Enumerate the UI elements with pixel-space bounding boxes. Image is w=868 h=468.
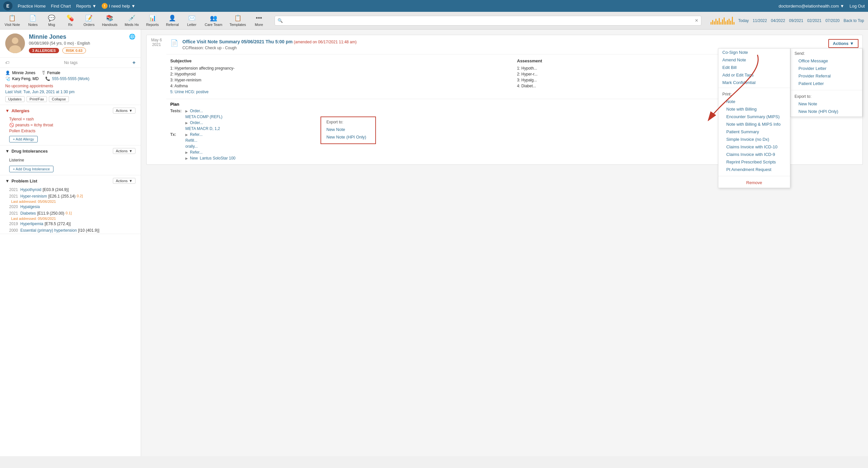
nav-practice-home[interactable]: Practice Home [18, 4, 45, 8]
gender-icon: ⚧ [42, 70, 45, 75]
print-claims-icd10[interactable]: Claims Invoice with ICD-10 [722, 143, 786, 151]
today-label[interactable]: Today [738, 19, 749, 23]
export-highlight-new-note[interactable]: New Note [327, 126, 370, 133]
plan-new-link[interactable]: New [190, 156, 198, 160]
letter-btn[interactable]: ✉️ Letter [183, 13, 201, 28]
plan-orally-link[interactable]: orally... [185, 144, 198, 149]
expand-refer2-btn[interactable]: ▶ [185, 151, 188, 154]
actions-dropdown-btn[interactable]: Actions ▼ [828, 39, 859, 48]
stop-icon: 🚫 [9, 123, 14, 127]
reports-btn[interactable]: 📊 Reports [143, 13, 162, 28]
problem-list-title: ▼ Problem List [5, 179, 37, 183]
note-amended: (amended on 06/17/2021 11:48 am) [294, 40, 356, 44]
handouts-btn[interactable]: 📚 Handouts [99, 13, 121, 28]
edit-bill-btn[interactable]: Edit Bill [718, 64, 790, 71]
drug-intolerances-section: ▼ Drug Intolerances Actions ▼ Listerine … [0, 145, 141, 175]
subj-item-4[interactable]: 5: Urine HCG: postive [170, 89, 512, 95]
plan-refer2-link[interactable]: Refer... [190, 150, 203, 154]
plan-meta-link[interactable]: META COMP (REFL) [185, 115, 222, 119]
export-highlight-new-note-hpi[interactable]: New Note (HPI Only) [327, 133, 370, 141]
user-email[interactable]: doctordemo@elationhealth.com ▼ [779, 4, 844, 8]
search-input[interactable] [284, 18, 695, 23]
plan-macr-link[interactable]: META MACR D, 1,2 [185, 126, 220, 131]
more-btn[interactable]: ••• More [250, 13, 268, 28]
print-note-billing[interactable]: Note with Billing [722, 105, 786, 113]
patient-phone[interactable]: 555-555-5555 (Work) [52, 77, 90, 81]
note-date: May 6 2021 [147, 35, 166, 165]
expand-tests-btn[interactable]: ▶ [185, 109, 188, 113]
note-title[interactable]: Office Visit Note Summary 05/06/2021 Thu… [182, 39, 292, 44]
note-file-icon: 📄 [170, 39, 179, 47]
print-fax-btn[interactable]: Print/Fax [27, 96, 47, 102]
problem-list-header[interactable]: ▼ Problem List Actions ▼ [0, 175, 141, 186]
timeline-chart: Today 11/2022 04/2022 09/2021 02/2021 07… [707, 13, 868, 28]
expand-new-btn[interactable]: ▶ [185, 156, 188, 160]
logout-btn[interactable]: Log Out [849, 4, 865, 8]
timeline-date-2[interactable]: 04/2022 [771, 19, 785, 23]
expand-order2-btn[interactable]: ▶ [185, 121, 188, 125]
timeline-date-3[interactable]: 09/2021 [789, 19, 803, 23]
pt-amendment-request[interactable]: Pt Amendment Request [722, 166, 786, 173]
add-allergy-btn[interactable]: + Add Allergy [9, 136, 38, 142]
allergies-section-header[interactable]: ▼ Allergies Actions ▼ [0, 105, 141, 116]
send-provider-letter[interactable]: Provider Letter [795, 65, 858, 72]
print-encounter-summary[interactable]: Encounter Summary (MIPS) [722, 113, 786, 120]
plan-order-link-1[interactable]: Order... [190, 109, 203, 113]
print-claims-icd9[interactable]: Claims Invoice with ICD-9 [722, 151, 786, 158]
plan-order-link-2[interactable]: Order... [190, 120, 203, 125]
nav-find-chart[interactable]: Find Chart [51, 4, 71, 8]
print-note-billing-mips[interactable]: Note with Billing & MIPS Info [722, 120, 786, 128]
allergies-section: ▼ Allergies Actions ▼ Tylenol = rash 🚫 p… [0, 105, 141, 145]
print-note[interactable]: Note [722, 98, 786, 105]
patient-full-name: Minnie Jones [12, 70, 35, 75]
problem-list-actions-btn[interactable]: Actions ▼ [113, 178, 135, 184]
phone-icon: 📞 [45, 77, 50, 81]
plan-lantus-link[interactable]: Lantus SoloStar 100 [200, 156, 236, 160]
nav-reports[interactable]: Reports ▼ [76, 4, 96, 8]
visit-note-btn[interactable]: 📋 Visit Note [1, 13, 23, 28]
templates-icon: 📋 [234, 14, 242, 22]
referral-btn[interactable]: 👤 Referral [163, 13, 182, 28]
drug-intolerances-actions-btn[interactable]: Actions ▼ [113, 148, 135, 154]
allergies-actions-btn[interactable]: Actions ▼ [113, 108, 135, 114]
plan-refill-link[interactable]: Refill... [185, 138, 197, 143]
rx-btn[interactable]: 💊 Rx [61, 13, 80, 28]
allergies-badge[interactable]: 3 ALLERGIES [29, 48, 59, 53]
mark-confidential-btn[interactable]: Mark Confidential [718, 79, 790, 86]
timeline-date-4[interactable]: 02/2021 [807, 19, 822, 23]
send-provider-referral[interactable]: Provider Referral [795, 72, 858, 80]
print-simple-invoice[interactable]: Simple Invoice (no Dx) [722, 136, 786, 143]
templates-btn[interactable]: 📋 Templates [226, 13, 249, 28]
collapse-btn[interactable]: Collapse [49, 96, 69, 102]
timeline-date-1[interactable]: 11/2022 [753, 19, 767, 23]
export-new-note-hpi[interactable]: New Note (HPI Only) [795, 108, 858, 115]
drug-intolerances-header[interactable]: ▼ Drug Intolerances Actions ▼ [0, 145, 141, 156]
reprint-scripts[interactable]: Reprint Prescribed Scripts [722, 158, 786, 166]
orders-btn[interactable]: 📝 Orders [80, 13, 98, 28]
updates-btn[interactable]: Updates [5, 96, 25, 102]
export-new-note[interactable]: New Note [795, 100, 858, 108]
send-office-message[interactable]: Office Message [795, 57, 858, 65]
timeline-date-5[interactable]: 07/2020 [825, 19, 839, 23]
amend-note-btn[interactable]: Amend Note [718, 56, 790, 64]
msg-btn[interactable]: 💬 Msg [43, 13, 61, 28]
print-label: Print: [722, 92, 786, 96]
add-drug-intolerance-btn[interactable]: + Add Drug Intolerance [9, 166, 54, 172]
i-need-help-btn[interactable]: ! I need help ▼ [102, 3, 135, 9]
send-patient-letter[interactable]: Patient Letter [795, 80, 858, 87]
plan-refer-link[interactable]: Refer... [190, 132, 203, 137]
export-highlight-box: Export to: New Note New Note (HPI Only) [320, 117, 376, 144]
expand-tx-btn[interactable]: ▶ [185, 133, 188, 137]
clear-search-icon[interactable]: ✕ [695, 18, 699, 23]
cosign-note-btn[interactable]: Co-Sign Note [718, 49, 790, 56]
print-patient-summary[interactable]: Patient Summary [722, 128, 786, 136]
remove-btn[interactable]: Remove [718, 178, 790, 188]
add-edit-tags-btn[interactable]: Add or Edit Tags [718, 71, 790, 79]
last-visit-label[interactable]: Last Visit: Tue, Jun 29, 2021 at 1:30 pm [5, 90, 135, 94]
add-tag-btn[interactable]: + [132, 60, 135, 66]
care-team-btn[interactable]: 👥 Care Team [202, 13, 226, 28]
back-to-top-btn[interactable]: Back to Top [844, 19, 864, 23]
notes-btn[interactable]: 📄 Notes [24, 13, 42, 28]
meds-hx-btn[interactable]: 💉 Meds Hx [121, 13, 142, 28]
main-layout: Minnie Jones 06/08/1969 (54 yrs, 0 mo) ·… [0, 30, 868, 456]
